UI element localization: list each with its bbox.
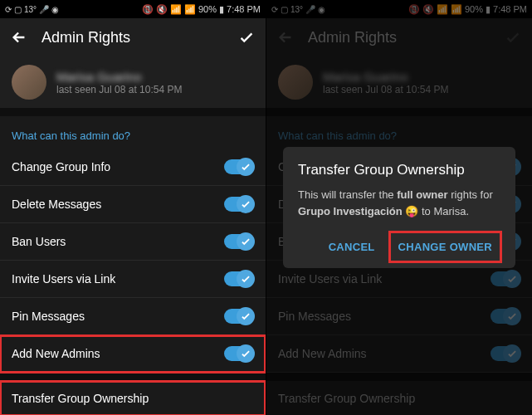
dialog-title: Transfer Group Ownership: [298, 162, 500, 178]
option-change-group-info[interactable]: Change Group Info: [0, 149, 266, 186]
dialog-overlay[interactable]: Transfer Group Ownership This will trans…: [266, 0, 532, 415]
toggle-icon[interactable]: [224, 271, 254, 286]
avatar: [12, 65, 46, 100]
dialog-text: This will transfer the full owner rights…: [298, 187, 500, 219]
section-title: What can this admin do?: [0, 116, 266, 149]
user-status: last seen Jul 08 at 10:54 PM: [56, 84, 182, 95]
toggle-icon[interactable]: [224, 197, 254, 212]
phone-left: ⟳▢13°🎤◉ 📵🔇📶📶 90%▮ 7:48 PM Admin Rights M…: [0, 0, 266, 415]
toggle-icon[interactable]: [224, 309, 254, 324]
phone-right: ⟳▢13°🎤◉ 📵🔇📶📶 90%▮ 7:48 PM Admin Rights M…: [266, 0, 532, 415]
toggle-icon[interactable]: [224, 346, 254, 361]
option-pin-messages[interactable]: Pin Messages: [0, 298, 266, 335]
option-delete-messages[interactable]: Delete Messages: [0, 186, 266, 223]
back-icon[interactable]: [10, 28, 28, 46]
app-header: Admin Rights: [0, 18, 266, 56]
cancel-button[interactable]: CANCEL: [320, 232, 383, 261]
toggle-icon[interactable]: [224, 159, 254, 174]
option-ban-users[interactable]: Ban Users: [0, 223, 266, 261]
change-owner-button[interactable]: CHANGE OWNER: [390, 232, 500, 261]
option-add-new-admins[interactable]: Add New Admins: [0, 335, 266, 373]
transfer-dialog: Transfer Group Ownership This will trans…: [283, 147, 515, 268]
transfer-ownership-row[interactable]: Transfer Group Ownership: [0, 381, 266, 415]
user-row[interactable]: Marisa Guarino last seen Jul 08 at 10:54…: [0, 56, 266, 108]
confirm-icon[interactable]: [237, 28, 256, 46]
user-name: Marisa Guarino: [56, 70, 182, 84]
status-bar: ⟳▢13°🎤◉ 📵🔇📶📶 90%▮ 7:48 PM: [0, 0, 266, 18]
page-title: Admin Rights: [41, 29, 224, 46]
option-invite-users[interactable]: Invite Users via Link: [0, 261, 266, 298]
toggle-icon[interactable]: [224, 234, 254, 249]
